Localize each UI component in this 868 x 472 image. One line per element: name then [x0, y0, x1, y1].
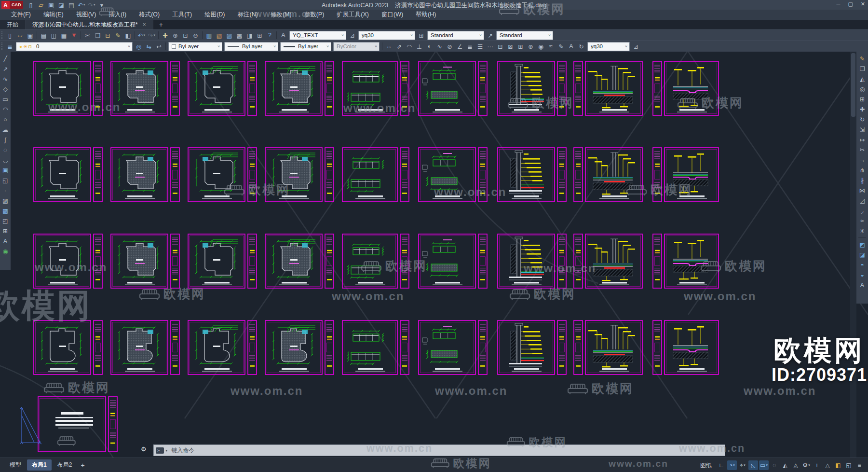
drawing-frame-plan-hatched[interactable] — [110, 60, 180, 116]
text-style-combo[interactable]: YQ_TEXT˅ — [289, 31, 346, 40]
menu-view[interactable]: 视图(V) — [70, 10, 103, 20]
drawing-frame-plan-leaders[interactable] — [187, 233, 258, 289]
menu-edit[interactable]: 编辑(E) — [37, 10, 70, 20]
drawing-frame-bench2[interactable] — [418, 319, 488, 375]
zoom-realtime-icon[interactable]: ⊕ — [170, 30, 180, 40]
dim-linear-icon[interactable]: ↔ — [384, 42, 394, 51]
undo-icon[interactable]: ↶▾ — [77, 0, 87, 10]
plot-icon[interactable]: ▤ — [67, 0, 77, 10]
dim-angular-icon[interactable]: ∠ — [455, 42, 465, 51]
dim-continue-icon[interactable]: ⋯ — [485, 42, 495, 51]
cut-icon[interactable]: ✂ — [82, 30, 93, 40]
blend-curves-icon[interactable]: ≈ — [857, 216, 868, 226]
drawing-frame-plan[interactable] — [33, 147, 103, 203]
center-mark-icon[interactable]: ⊕ — [526, 42, 536, 51]
revision-cloud-icon[interactable]: ☁ — [0, 125, 11, 135]
dim-diameter-icon[interactable]: ⊘ — [445, 42, 455, 51]
mirror-icon[interactable]: ◭ — [857, 74, 868, 84]
construction-line-icon[interactable]: ↗ — [0, 64, 11, 74]
move-icon[interactable]: ✚ — [857, 104, 868, 114]
command-history-caret-icon[interactable]: ▾ — [165, 448, 167, 453]
spline-icon[interactable]: ∫ — [0, 135, 11, 145]
layout-tab-布局2[interactable]: 布局2 — [53, 459, 77, 471]
dim-inspect-icon[interactable]: ◉ — [536, 42, 546, 51]
zoom-previous-icon[interactable]: ⊖ — [190, 30, 201, 40]
polyline-icon[interactable]: ∿ — [0, 74, 11, 84]
drawing-frame-plan[interactable] — [33, 60, 103, 116]
selection-cycling-icon[interactable]: ◌ — [770, 460, 779, 470]
copy-icon[interactable]: ❐ — [857, 64, 868, 74]
layer-match-icon[interactable]: ⇆ — [144, 42, 154, 51]
lineweight-display-icon[interactable]: ▭▾ — [759, 460, 769, 470]
drawing-frame-floor-simple[interactable] — [652, 147, 719, 203]
create-block-icon[interactable]: ◱ — [0, 175, 11, 185]
drawing-frame-bench[interactable] — [341, 60, 410, 116]
customization-wrench-icon[interactable]: ⚙ — [141, 445, 147, 453]
layout-tab-布局1[interactable]: 布局1 — [27, 459, 52, 471]
object-snap-icon[interactable]: ◺ — [748, 460, 758, 470]
drawing-frame-plan-hatched-leaders[interactable] — [264, 319, 335, 375]
bring-above-objects-icon[interactable]: ◓ — [857, 260, 868, 270]
open-icon[interactable]: ▱ — [15, 30, 25, 40]
layer-on-bulb-icon[interactable]: ● — [19, 44, 22, 49]
plot-preview-icon[interactable]: ◫ — [49, 30, 59, 40]
maximize-button[interactable]: ▢ — [848, 1, 853, 7]
tool-palettes-icon[interactable]: ▨ — [224, 30, 234, 40]
multiline-text-icon[interactable]: A — [0, 236, 11, 246]
crosshair-icon[interactable]: + — [812, 460, 822, 470]
dim-style-combo[interactable]: yq30˅ — [587, 42, 630, 51]
drawing-frame-floor-simple[interactable] — [652, 319, 719, 375]
match-properties-icon[interactable]: ✎ — [113, 30, 123, 40]
rectangle-icon[interactable]: ▭ — [0, 94, 11, 104]
export-dwf-icon[interactable]: ▼ — [69, 30, 79, 40]
drawing-frame-plan-leaders[interactable] — [187, 147, 258, 203]
qnew-icon[interactable]: ▯ — [26, 0, 36, 10]
annotation-visibility-icon[interactable]: ◭ — [780, 460, 790, 470]
drawing-frame-wall-section[interactable] — [497, 233, 567, 289]
dim-jog-line-icon[interactable]: ≈ — [546, 42, 556, 51]
drawing-frame-plan-hatched-leaders[interactable] — [264, 233, 335, 289]
drawing-frame-bench[interactable] — [341, 233, 410, 289]
drawing-frame-bench[interactable] — [341, 147, 410, 203]
annotation-monitor-icon[interactable]: △ — [823, 460, 832, 470]
gear-customization-icon[interactable]: ⚙▾ — [801, 460, 811, 470]
minimize-button[interactable]: ─ — [837, 1, 841, 7]
multileader-style-icon[interactable]: ↗ — [485, 30, 495, 40]
zoom-window-icon[interactable]: ⊡ — [180, 30, 190, 40]
tolerance-icon[interactable]: ⊞ — [515, 42, 526, 51]
dim-style-combo[interactable]: yq30˅ — [358, 31, 415, 40]
send-to-back-icon[interactable]: ◪ — [857, 250, 868, 260]
command-line[interactable]: >_ ▾ 键入命令 — [153, 444, 725, 456]
ellipse-arc-icon[interactable]: ◡ — [0, 155, 11, 165]
object-snap-tracking-icon[interactable]: ⌖▾ — [738, 460, 747, 470]
drawing-frame-plan[interactable] — [33, 233, 103, 289]
drawing-frame-floor-junction[interactable] — [573, 60, 643, 116]
insert-block-icon[interactable]: ▣ — [0, 165, 11, 175]
menu-insert[interactable]: 插入(I) — [102, 10, 133, 20]
text-toolbar-icon[interactable]: A — [857, 280, 868, 290]
layout-tab-模型[interactable]: 模型 — [5, 459, 26, 471]
erase-icon[interactable]: ✎ — [857, 54, 868, 64]
dim-space-icon[interactable]: ⊟ — [495, 42, 505, 51]
break-icon[interactable]: ∦ — [857, 175, 868, 185]
polygon-icon[interactable]: ◇ — [0, 84, 11, 94]
trim-icon[interactable]: ✂ — [857, 145, 868, 155]
hamburger-menu-icon[interactable]: ≡ — [854, 460, 864, 470]
menu-window[interactable]: 窗口(W) — [375, 10, 409, 20]
dim-text-edit-icon[interactable]: A — [566, 42, 576, 51]
new-tab-button[interactable]: + — [153, 20, 169, 29]
drawing-frame-wall-section[interactable] — [497, 319, 567, 375]
circle-icon[interactable]: ○ — [0, 114, 11, 125]
plot-icon[interactable]: ▤ — [39, 30, 49, 40]
open-icon[interactable]: ▱ — [36, 0, 46, 10]
array-icon[interactable]: ⊞ — [857, 94, 868, 104]
join-icon[interactable]: ⋈ — [857, 185, 868, 195]
scale-icon[interactable]: ⇲ — [857, 125, 868, 135]
quick-dimension-icon[interactable]: ≣ — [465, 42, 475, 51]
drawing-frame-floor-simple[interactable] — [652, 60, 719, 116]
scrollbar-thumb[interactable] — [851, 53, 855, 117]
menu-modify[interactable]: 修改(M) — [264, 10, 298, 20]
dim-arc-length-icon[interactable]: ◠ — [404, 42, 414, 51]
drawing-frame-floor-simple[interactable] — [652, 233, 719, 289]
offset-icon[interactable]: ◎ — [857, 84, 868, 94]
